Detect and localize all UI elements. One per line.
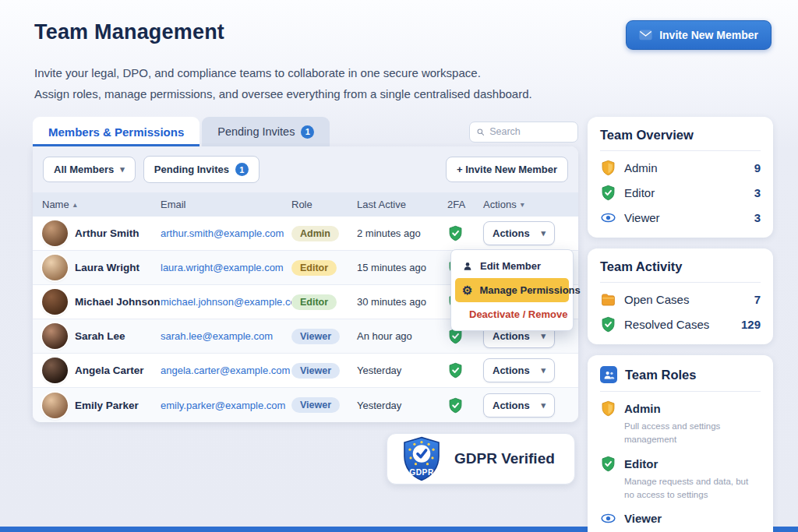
pending-invites-badge: 1 [301, 125, 314, 139]
admin-shield-icon [600, 160, 616, 176]
last-active: Yesterday [357, 400, 444, 411]
sidebar: Team Overview Admin 9 Editor 3 [588, 117, 773, 532]
chevron-down-icon: ▾ [541, 401, 546, 410]
viewer-eye-icon [600, 210, 616, 226]
pending-invites-filter-label: Pending Invites [154, 164, 229, 175]
team-roles-people-icon [600, 366, 617, 383]
column-header-name[interactable]: Name ▴ [42, 199, 161, 210]
team-activity-title: Team Activity [600, 259, 761, 283]
page-title: Team Management [34, 20, 224, 44]
invite-secondary-label: + Invite New Member [457, 164, 557, 175]
team-management-page: Team Management Invite New Member Invite… [0, 0, 798, 532]
member-name: Sarah Lee [75, 330, 125, 342]
members-panel: All Members ▾ Pending Invites 1 + Invite… [33, 146, 578, 422]
role-badge: Viewer [291, 363, 340, 379]
last-active: 2 minutes ago [357, 227, 444, 239]
all-members-dropdown[interactable]: All Members ▾ [43, 157, 136, 182]
team-roles-header: Team Roles [600, 366, 761, 392]
2fa-shield-check-icon [447, 362, 464, 379]
last-active: An hour ago [357, 330, 444, 342]
overview-editor-row: Editor 3 [600, 176, 761, 201]
search-icon [476, 127, 485, 137]
pending-invites-filter-badge: 1 [235, 163, 249, 176]
menu-item-deactivate-remove[interactable]: Deactivate / Remove [455, 302, 569, 326]
avatar [42, 323, 68, 349]
envelope-icon [639, 30, 652, 41]
tab-members-permissions[interactable]: Members & Permissions [33, 117, 200, 146]
role-item-viewer: Viewer View requests and data only [600, 502, 761, 532]
admin-count: 9 [754, 161, 761, 174]
open-cases-row: Open Cases 7 [600, 283, 761, 308]
open-cases-folder-icon [600, 291, 616, 308]
last-active: 30 minutes ago [357, 296, 444, 308]
2fa-shield-check-icon [447, 225, 464, 241]
search-input[interactable] [489, 126, 571, 137]
avatar [42, 255, 68, 280]
gdpr-verified-label: GDPR Verified [454, 450, 555, 467]
table-row: Angela Carter angela.carter@example.com … [33, 354, 578, 388]
tab-pending-label: Pending Invites [217, 125, 295, 138]
member-email-link[interactable]: emily.parker@example.com [161, 400, 285, 411]
invite-new-member-button[interactable]: Invite New Member [626, 20, 772, 50]
invite-new-member-secondary-button[interactable]: + Invite New Member [446, 157, 568, 182]
menu-item-edit-member[interactable]: Edit Member [455, 254, 569, 278]
member-name: Michael Johnson [75, 296, 161, 308]
page-subtitles: Invite your legal, DPO, and compliance t… [0, 50, 798, 104]
actions-menu: Edit Member ⚙ Manage Permissions Deacti [450, 249, 574, 331]
menu-item-manage-permissions[interactable]: ⚙ Manage Permissions [455, 278, 569, 302]
tab-members-label: Members & Permissions [48, 125, 184, 139]
avatar [42, 358, 68, 383]
avatar [42, 289, 68, 315]
actions-button[interactable]: Actions ▾ [483, 221, 555, 245]
avatar [42, 393, 68, 418]
resolved-cases-shield-icon [600, 316, 616, 333]
admin-shield-icon [600, 400, 616, 417]
member-email-link[interactable]: sarah.lee@example.com [161, 330, 273, 342]
table-row: Arthur Smith arthur.smith@example.com Ad… [33, 217, 578, 251]
member-name: Emily Parker [75, 400, 139, 411]
chevron-down-icon: ▾ [541, 229, 546, 238]
svg-text:GDPR: GDPR [409, 468, 434, 477]
actions-button[interactable]: Actions ▾ [483, 358, 555, 382]
all-members-label: All Members [54, 164, 114, 175]
team-roles-card: Team Roles Admin Pull access and setting… [588, 355, 773, 532]
role-badge: Editor [291, 260, 337, 276]
editor-shield-check-icon [600, 185, 616, 201]
role-badge: Viewer [291, 329, 340, 344]
gdpr-shield-icon: GDPR [401, 436, 442, 481]
member-email-link[interactable]: michael.johnson@example.com [161, 296, 291, 308]
last-active: Yesterday [357, 365, 444, 376]
content: Members & Permissions Pending Invites 1 [0, 104, 798, 532]
team-overview-card: Team Overview Admin 9 Editor 3 [588, 117, 773, 238]
tab-pending-invites[interactable]: Pending Invites 1 [202, 117, 330, 146]
invite-button-label: Invite New Member [659, 29, 758, 41]
role-badge: Editor [291, 294, 337, 310]
column-header-last-active: Last Active [357, 199, 444, 210]
actions-button[interactable]: Actions ▾ [483, 393, 555, 417]
filter-bar: All Members ▾ Pending Invites 1 + Invite… [33, 146, 578, 192]
table-row: Emily Parker emily.parker@example.com Vi… [33, 388, 578, 422]
role-item-editor: Editor Manage requests and data, but no … [600, 447, 761, 502]
overview-admin-row: Admin 9 [600, 151, 761, 176]
members-section: Members & Permissions Pending Invites 1 [33, 117, 578, 484]
member-email-link[interactable]: arthur.smith@example.com [161, 227, 284, 239]
tab-spacer [330, 117, 469, 146]
viewer-count: 3 [754, 211, 761, 224]
role-badge: Viewer [291, 397, 340, 413]
header-name-label: Name [42, 199, 69, 210]
member-email-link[interactable]: laura.wright@example.com [161, 262, 284, 273]
member-email-link[interactable]: angela.carter@example.com [161, 365, 290, 376]
tab-bar: Members & Permissions Pending Invites 1 [33, 117, 578, 146]
column-header-2fa: 2FA [444, 199, 483, 210]
table-header: Name ▴ Email Role Last Active 2FA Action… [33, 192, 578, 217]
chevron-down-icon: ▾ [541, 366, 546, 375]
member-name: Angela Carter [75, 365, 144, 376]
editor-shield-check-icon [600, 456, 616, 472]
overview-viewer-row: Viewer 3 [600, 201, 761, 226]
pending-invites-filter-button[interactable]: Pending Invites 1 [143, 156, 260, 183]
page-header: Team Management Invite New Member [0, 0, 798, 50]
open-cases-count: 7 [754, 293, 761, 306]
column-header-actions[interactable]: Actions ▾ [483, 199, 566, 210]
member-name: Laura Wright [75, 262, 139, 273]
subtitle-line-1: Invite your legal, DPO, and compliance t… [34, 62, 764, 83]
